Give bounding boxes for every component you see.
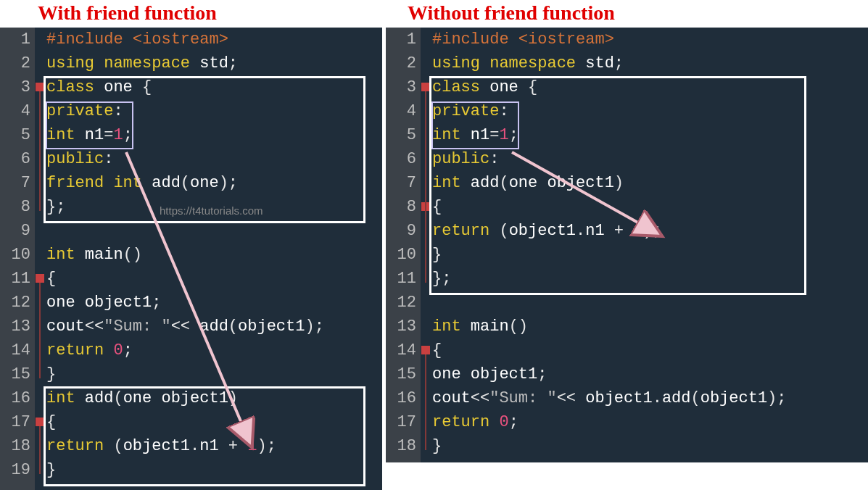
code-line: public: [45, 147, 382, 171]
code-line: friend int add(one); [45, 171, 382, 195]
code-line: using namespace std; [45, 51, 382, 75]
code-line: private: [431, 99, 868, 123]
code-line: int main() [45, 243, 382, 267]
line-number: 10 [386, 243, 416, 267]
fold-line [39, 283, 41, 378]
line-number: 7 [386, 171, 416, 195]
line-number: 3 [386, 75, 416, 99]
line-number: 18 [0, 434, 30, 458]
line-number: 5 [0, 123, 30, 147]
code-line: { [45, 267, 382, 291]
heading-left: With friend function [38, 1, 217, 25]
fold-line [39, 426, 41, 474]
code-line: int add(one object1) [45, 386, 382, 410]
code-line: } [45, 458, 382, 482]
fold-marker-icon[interactable] [36, 418, 44, 426]
code-line: public: [431, 147, 868, 171]
code-line: { [45, 410, 382, 434]
code-line: int n1=1; [431, 123, 868, 147]
line-number: 6 [386, 147, 416, 171]
line-number: 16 [0, 386, 30, 410]
line-number: 11 [386, 267, 416, 291]
fold-column-right [421, 28, 431, 462]
code-line: }; [431, 267, 868, 291]
line-number: 2 [386, 51, 416, 75]
code-line: } [431, 434, 868, 458]
line-number: 13 [386, 315, 416, 339]
code-line: int main() [431, 315, 868, 339]
line-number: 16 [386, 386, 416, 410]
code-line [431, 291, 868, 315]
fold-marker-icon[interactable] [36, 274, 44, 283]
line-number: 1 [386, 28, 416, 51]
code-line: { [431, 339, 868, 362]
line-number: 4 [0, 99, 30, 123]
code-line: one object1; [431, 362, 868, 386]
watermark: https://t4tutorials.com [160, 204, 263, 217]
code-line: cout<<"Sum: "<< add(object1); [45, 315, 382, 339]
code-editor-right: 123456789101112131415161718 #include <io… [386, 28, 868, 462]
code-column-right: #include <iostream>using namespace std;c… [431, 28, 868, 462]
line-number: 6 [0, 147, 30, 171]
code-editor-left: 12345678910111213141516171819 #include <… [0, 28, 382, 490]
code-line: return (object1.n1 + 1); [431, 219, 868, 243]
fold-marker-icon[interactable] [421, 83, 430, 91]
line-number: 19 [0, 458, 30, 482]
line-number: 3 [0, 75, 30, 99]
line-number: 1 [0, 28, 30, 51]
line-number: 2 [0, 51, 30, 75]
line-number: 8 [386, 195, 416, 219]
code-line: } [431, 243, 868, 267]
fold-line [39, 91, 41, 211]
fold-column-left [35, 28, 45, 490]
fold-marker-icon[interactable] [36, 83, 44, 91]
code-line: using namespace std; [431, 51, 868, 75]
line-number: 5 [386, 123, 416, 147]
fold-line [425, 211, 426, 259]
line-number: 10 [0, 243, 30, 267]
line-number: 4 [386, 99, 416, 123]
code-line: private: [45, 99, 382, 123]
line-number: 8 [0, 195, 30, 219]
gutter-right: 123456789101112131415161718 [386, 28, 421, 462]
code-line: return 0; [431, 410, 868, 434]
line-number: 13 [0, 315, 30, 339]
code-line: return 0; [45, 339, 382, 362]
line-number: 12 [0, 291, 30, 315]
code-column-left: #include <iostream>using namespace std;c… [45, 28, 382, 490]
code-line: #include <iostream> [431, 28, 868, 51]
line-number: 14 [0, 339, 30, 362]
gutter-left: 12345678910111213141516171819 [0, 28, 35, 490]
code-line [45, 219, 382, 243]
line-number: 7 [0, 171, 30, 195]
code-line: one object1; [45, 291, 382, 315]
heading-right: Without friend function [408, 1, 615, 25]
code-line: class one { [45, 75, 382, 99]
line-number: 12 [386, 291, 416, 315]
code-line: return (object1.n1 + 1); [45, 434, 382, 458]
line-number: 17 [0, 410, 30, 434]
line-number: 18 [386, 434, 416, 458]
fold-line [425, 354, 426, 450]
code-line: } [45, 362, 382, 386]
code-line: int add(one object1) [431, 171, 868, 195]
code-line: cout<<"Sum: "<< object1.add(object1); [431, 386, 868, 410]
code-line: int n1=1; [45, 123, 382, 147]
line-number: 9 [386, 219, 416, 243]
line-number: 11 [0, 267, 30, 291]
code-line: { [431, 195, 868, 219]
fold-marker-icon[interactable] [421, 346, 430, 354]
line-number: 15 [386, 362, 416, 386]
code-line: class one { [431, 75, 868, 99]
line-number: 9 [0, 219, 30, 243]
line-number: 14 [386, 339, 416, 362]
line-number: 15 [0, 362, 30, 386]
line-number: 17 [386, 410, 416, 434]
code-line: #include <iostream> [45, 28, 382, 51]
